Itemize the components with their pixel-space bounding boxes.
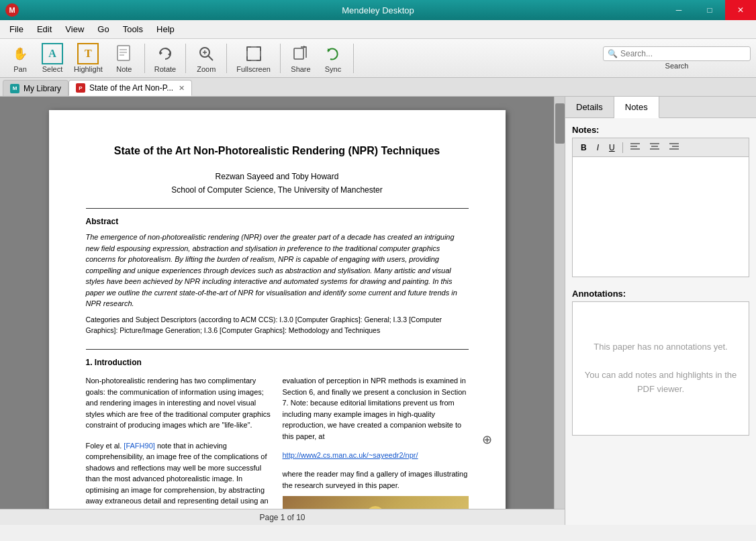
- svg-rect-11: [294, 48, 303, 59]
- zoom-tool[interactable]: Zoom: [191, 40, 221, 76]
- library-tab[interactable]: M My Library: [3, 80, 68, 96]
- document-tab[interactable]: P State of the Art Non-P... ✕: [68, 80, 192, 96]
- cursor-indicator: ⊕: [482, 432, 492, 447]
- pan-tool[interactable]: ✋ Pan: [5, 40, 35, 76]
- select-tool[interactable]: A Select: [38, 40, 67, 76]
- details-tab[interactable]: Details: [565, 97, 614, 117]
- annotations-empty-line2: You can add notes and highlights in the …: [583, 368, 738, 397]
- notes-textarea[interactable]: [572, 156, 749, 277]
- paper-col-left: Non-photorealistic rendering has two com…: [86, 375, 272, 509]
- right-panel-content: Notes: B I U: [565, 118, 756, 525]
- notes-tab[interactable]: Notes: [614, 97, 659, 118]
- annotations-empty-line1: This paper has no annotations yet.: [583, 340, 738, 354]
- intro-foley-text: Foley et al. [FAFH90] note that in achie…: [86, 440, 272, 509]
- search-input[interactable]: [620, 49, 741, 58]
- zoom-icon: [195, 43, 217, 64]
- underline-button[interactable]: U: [605, 141, 619, 154]
- svg-marker-4: [160, 51, 162, 55]
- zoom-label: Zoom: [197, 65, 216, 73]
- toolbar-separator-2: [185, 44, 186, 73]
- select-label: Select: [42, 65, 63, 73]
- minimize-button[interactable]: ─: [663, 0, 694, 20]
- note-label: Note: [116, 65, 132, 73]
- intro-left-text: Non-photorealistic rendering has two com…: [86, 375, 272, 431]
- document-tab-icon: P: [76, 83, 85, 93]
- sync-icon: [322, 43, 344, 64]
- menubar: File Edit View Go Tools Help: [0, 20, 756, 39]
- intro-title: 1. Introduction: [86, 358, 469, 367]
- notes-label: Notes:: [572, 125, 749, 135]
- paper-affiliation: School of Computer Science, The Universi…: [86, 185, 469, 195]
- search-icon: 🔍: [608, 49, 618, 58]
- sync-tool[interactable]: Sync: [318, 40, 348, 76]
- search-label: Search: [665, 62, 689, 70]
- tabs-bar: M My Library P State of the Art Non-P...…: [0, 78, 756, 97]
- align-right-button[interactable]: [665, 140, 683, 154]
- search-group: 🔍 Search: [603, 46, 751, 70]
- paper-abstract: The emergence of non-photorealistic rend…: [86, 232, 469, 309]
- svg-rect-0: [117, 46, 130, 60]
- annotations-placeholder: This paper has no annotations yet. You c…: [583, 340, 738, 396]
- menu-tools[interactable]: Tools: [116, 21, 150, 37]
- notes-toolbar-sep: [622, 142, 623, 153]
- paper-categories: Categories and Subject Descriptors (acco…: [86, 315, 469, 336]
- align-left-button[interactable]: [626, 140, 644, 154]
- maximize-button[interactable]: □: [694, 0, 725, 20]
- abstract-title: Abstract: [86, 217, 469, 226]
- notes-toolbar: B I U: [572, 138, 749, 156]
- highlight-label: Highlight: [74, 65, 103, 73]
- share-icon: [290, 43, 312, 64]
- menu-edit[interactable]: Edit: [30, 21, 58, 37]
- app-title: Mendeley Desktop: [342, 5, 414, 15]
- toolbar-separator-1: [144, 44, 145, 73]
- note-icon: [113, 43, 135, 64]
- right-panel: Details Notes Notes: B I U: [565, 97, 756, 525]
- app-logo: M: [5, 3, 19, 17]
- pdf-scrollbar[interactable]: [554, 97, 565, 509]
- toolbar-separator-4: [280, 44, 281, 73]
- paper-columns: Non-photorealistic rendering has two com…: [86, 375, 469, 509]
- paper-thumbnail-right: [283, 496, 469, 509]
- italic-button[interactable]: I: [593, 141, 603, 154]
- search-bar[interactable]: 🔍: [603, 46, 751, 61]
- paper-link[interactable]: http://www2.cs.man.ac.uk/~sayeedr2/npr/: [283, 451, 469, 459]
- pan-icon: ✋: [9, 43, 31, 64]
- menu-help[interactable]: Help: [150, 21, 181, 37]
- highlight-icon: T: [77, 43, 99, 64]
- main-content: State of the Art Non-Photorealistic Rend…: [0, 97, 756, 525]
- svg-point-16: [367, 506, 383, 509]
- paper-divider-1: [86, 208, 469, 209]
- library-tab-icon: M: [10, 84, 19, 93]
- share-tool[interactable]: Share: [286, 40, 316, 76]
- notes-section: Notes: B I U: [572, 125, 749, 279]
- titlebar: M Mendeley Desktop ─ □ ✕: [0, 0, 756, 20]
- annotations-section: Annotations: This paper has no annotatio…: [572, 289, 749, 436]
- close-button[interactable]: ✕: [725, 0, 756, 20]
- menu-go[interactable]: Go: [91, 21, 115, 37]
- rotate-tool[interactable]: Rotate: [150, 40, 180, 76]
- pan-label: Pan: [13, 65, 27, 73]
- pdf-page: State of the Art Non-Photorealistic Rend…: [49, 110, 506, 509]
- right-panel-tabs: Details Notes: [565, 97, 756, 118]
- annotations-label: Annotations:: [572, 289, 749, 299]
- note-tool[interactable]: Note: [109, 40, 139, 76]
- fullscreen-tool[interactable]: Fullscreen: [232, 40, 275, 76]
- svg-marker-5: [168, 52, 171, 56]
- pdf-scrollbar-thumb[interactable]: [555, 103, 565, 144]
- svg-line-7: [208, 56, 213, 60]
- paper-divider-2: [86, 349, 469, 350]
- sync-label: Sync: [325, 65, 341, 73]
- pdf-scroll-area[interactable]: State of the Art Non-Photorealistic Rend…: [0, 97, 554, 509]
- highlight-tool[interactable]: T Highlight: [70, 40, 107, 76]
- paper-col-right: evaluation of perception in NPR methods …: [283, 375, 469, 509]
- pdf-viewer: State of the Art Non-Photorealistic Rend…: [0, 97, 565, 525]
- menu-view[interactable]: View: [58, 21, 91, 37]
- bold-button[interactable]: B: [577, 141, 591, 154]
- library-tab-label: My Library: [23, 84, 61, 93]
- align-center-button[interactable]: [646, 140, 663, 154]
- paper-authors: Rezwan Sayeed and Toby Howard: [86, 172, 469, 181]
- svg-rect-10: [247, 47, 261, 60]
- document-tab-close[interactable]: ✕: [179, 84, 185, 93]
- share-label: Share: [291, 65, 310, 73]
- menu-file[interactable]: File: [3, 21, 30, 37]
